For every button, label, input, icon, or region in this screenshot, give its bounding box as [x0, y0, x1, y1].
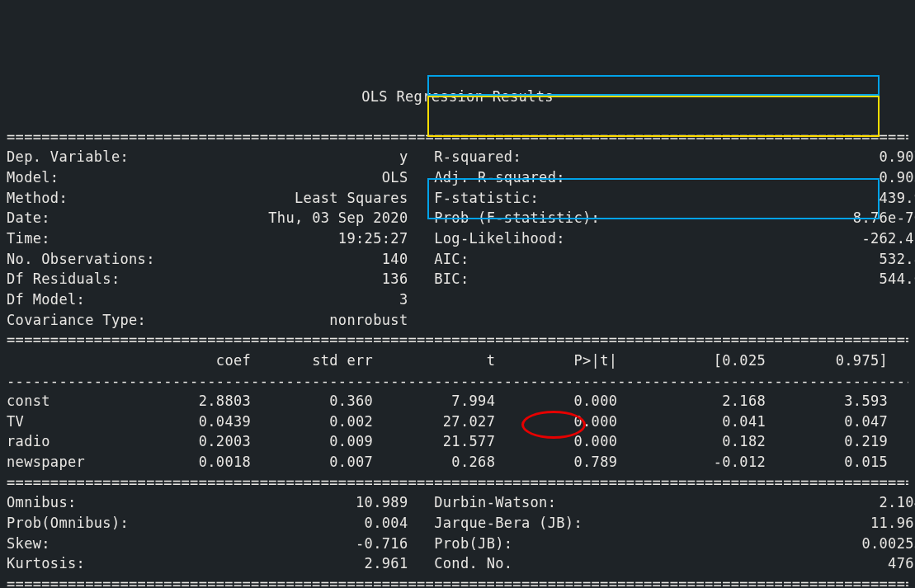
- stat-label: Time:: [7, 230, 163, 247]
- stat-label: No. Observations:: [7, 251, 163, 267]
- coef-cell: 7.994: [373, 393, 495, 409]
- stat-label: Prob (F-statistic):: [434, 209, 661, 226]
- var-name: radio: [7, 433, 129, 449]
- coef-cell: 0.219: [766, 433, 888, 449]
- stat-row: Df Residuals: 136 BIC: 544.6: [7, 269, 908, 289]
- stat-value: 19:25:27: [163, 230, 408, 247]
- coef-cell: 0.047: [766, 413, 888, 430]
- diag-row: Kurtosis: 2.961 Cond. No. 476.: [7, 553, 908, 574]
- coef-cell: 0.000: [495, 433, 617, 449]
- diag-label: Cond. No.: [434, 555, 661, 572]
- stat-row: Df Model: 3: [7, 289, 908, 310]
- coef-cell: 21.577: [373, 433, 495, 449]
- stat-label: Date:: [7, 209, 163, 226]
- coef-cell: 2.168: [617, 393, 766, 409]
- output-title: OLS Regression Results: [0, 82, 915, 107]
- stat-value: 439.9: [661, 190, 915, 206]
- coef-header-row: coef std err t P>|t| [0.025 0.975]: [7, 350, 908, 371]
- dash-rule: ----------------------------------------…: [7, 371, 908, 392]
- var-name: TV: [7, 413, 129, 430]
- stat-value: 532.8: [661, 251, 915, 267]
- stat-value: -262.41: [661, 230, 915, 247]
- coef-cell: -0.012: [617, 454, 766, 470]
- stat-value: y: [163, 148, 408, 165]
- coef-cell: 0.041: [617, 413, 766, 430]
- diag-row: Omnibus: 10.989 Durbin-Watson: 2.104: [7, 492, 908, 513]
- stat-value: Thu, 03 Sep 2020: [163, 209, 408, 226]
- stat-value: OLS: [163, 169, 408, 186]
- stat-label: Method:: [7, 190, 163, 206]
- stat-label: Adj. R-squared:: [434, 169, 661, 186]
- diag-label: Prob(JB):: [434, 535, 661, 552]
- diag-value: 10.989: [163, 494, 408, 510]
- coef-cell: 0.007: [251, 454, 373, 470]
- stat-row: Date: Thu, 03 Sep 2020 Prob (F-statistic…: [7, 208, 908, 228]
- coef-cell: 2.8803: [129, 393, 251, 409]
- stat-row: Dep. Variable: y R-squared: 0.907: [7, 147, 908, 167]
- diag-value: 0.00253: [661, 535, 915, 552]
- coef-cell: 0.360: [251, 393, 373, 409]
- stat-row: Time: 19:25:27 Log-Likelihood: -262.41: [7, 228, 908, 249]
- stat-value: nonrobust: [163, 312, 408, 328]
- col-header: coef: [129, 352, 251, 369]
- diag-label: Prob(Omnibus):: [7, 515, 163, 531]
- diag-label: Skew:: [7, 535, 163, 552]
- coef-cell: 27.027: [373, 413, 495, 430]
- stat-value: 544.6: [661, 270, 915, 287]
- col-header: P>|t|: [495, 352, 617, 369]
- diag-value: 0.004: [163, 515, 408, 531]
- stat-label: Covariance Type:: [7, 312, 163, 328]
- coef-row: TV 0.0439 0.002 27.027 0.000 0.041 0.047: [7, 412, 908, 432]
- diag-row: Prob(Omnibus): 0.004 Jarque-Bera (JB): 1…: [7, 513, 908, 534]
- stat-value: 8.76e-70: [661, 209, 915, 226]
- rule: ========================================…: [7, 574, 908, 588]
- coef-cell: 0.2003: [129, 433, 251, 449]
- stat-value: 3: [163, 291, 408, 308]
- coef-cell: 0.0018: [129, 454, 251, 470]
- coef-cell: 0.002: [251, 413, 373, 430]
- col-header: 0.975]: [766, 352, 888, 369]
- stat-label: Dep. Variable:: [7, 148, 163, 165]
- coef-cell: 0.009: [251, 433, 373, 449]
- diag-label: Omnibus:: [7, 494, 163, 510]
- stat-value: 0.907: [661, 148, 915, 165]
- coef-cell: 0.000: [495, 393, 617, 409]
- coef-cell: 0.000: [495, 413, 617, 430]
- rule: ========================================…: [7, 127, 908, 148]
- stat-label: Df Model:: [7, 291, 163, 308]
- stat-label: F-statistic:: [434, 190, 661, 206]
- col-header: [0.025: [617, 352, 766, 369]
- var-name: const: [7, 393, 129, 409]
- coef-cell: 0.268: [373, 454, 495, 470]
- diag-value: 2.104: [661, 494, 915, 510]
- coef-row: radio 0.2003 0.009 21.577 0.000 0.182 0.…: [7, 431, 908, 452]
- diag-value: 2.961: [163, 555, 408, 572]
- stat-label: R-squared:: [434, 148, 661, 165]
- rule: ========================================…: [7, 330, 908, 350]
- diag-row: Skew: -0.716 Prob(JB): 0.00253: [7, 534, 908, 554]
- stat-label: BIC:: [434, 270, 661, 287]
- stat-value: 0.905: [661, 169, 915, 186]
- diag-label: Durbin-Watson:: [434, 494, 661, 510]
- var-name: newspaper: [7, 454, 129, 470]
- diag-value: 11.961: [661, 515, 915, 531]
- rule: ========================================…: [7, 473, 908, 493]
- stat-value: Least Squares: [163, 190, 408, 206]
- coef-row: newspaper 0.0018 0.007 0.268 0.789 -0.01…: [7, 452, 908, 473]
- stat-row: Method: Least Squares F-statistic: 439.9: [7, 188, 908, 209]
- stat-label: Log-Likelihood:: [434, 230, 661, 247]
- stat-label: Df Residuals:: [7, 270, 163, 287]
- stat-label: AIC:: [434, 251, 661, 267]
- stat-value: 136: [163, 270, 408, 287]
- coef-cell: 0.182: [617, 433, 766, 449]
- coef-cell: 0.0439: [129, 413, 251, 430]
- coef-cell: 0.789: [495, 454, 617, 470]
- col-header: std err: [251, 352, 373, 369]
- regression-output: ========================================…: [0, 127, 915, 588]
- diag-value: 476.: [661, 555, 915, 572]
- diag-value: -0.716: [163, 535, 408, 552]
- stat-row: Covariance Type: nonrobust: [7, 310, 908, 331]
- stat-value: 140: [163, 251, 408, 267]
- stat-row: No. Observations: 140 AIC: 532.8: [7, 249, 908, 270]
- stat-label: Model:: [7, 169, 163, 186]
